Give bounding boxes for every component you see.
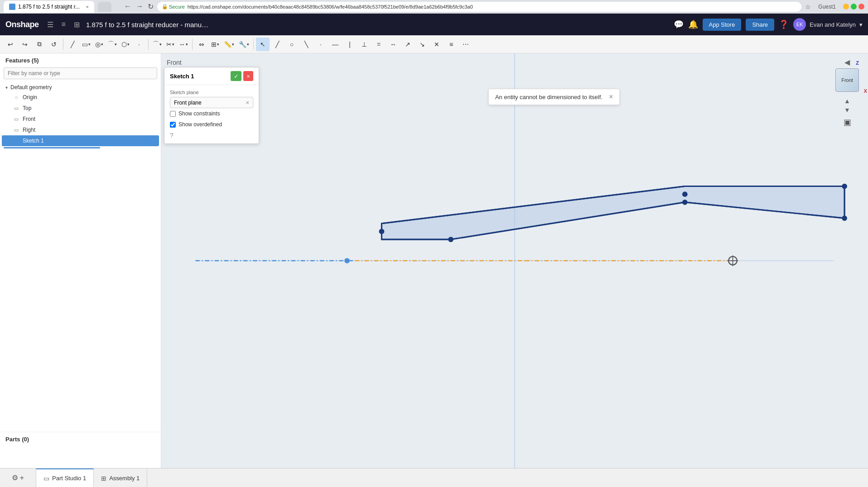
arc-tool-dropdown[interactable]: ⌒▾ <box>106 39 119 49</box>
view-down-arrow-icon[interactable]: ▼ <box>844 106 850 114</box>
default-geometry-toggle[interactable]: ▾ Default geometry <box>0 83 161 92</box>
redo-button[interactable]: ↪ <box>18 38 32 51</box>
minimize-button[interactable] <box>843 4 849 10</box>
polygon-tool-dropdown[interactable]: ⬡▾ <box>120 40 131 49</box>
fillet-tool-dropdown[interactable]: ⌒▾ <box>151 39 164 49</box>
list-view-icon[interactable]: ≡ <box>60 19 68 30</box>
circle-tool-dropdown[interactable]: ◎▾ <box>93 40 105 49</box>
app-header: Onshape ☰ ≡ ⊞ 1.875 f to 2.5 f straight … <box>0 14 868 35</box>
empty-tab[interactable] <box>98 2 111 12</box>
feature-item-right[interactable]: ▭ Right <box>0 124 161 135</box>
tab-close-button[interactable]: × <box>86 4 89 10</box>
view-indicator: ◀ Z Front X ▲ ▼ ▣ <box>835 58 859 127</box>
tab-favicon <box>9 4 15 10</box>
bottom-left-controls: ⚙ + <box>0 468 36 487</box>
diagonal-up-button[interactable]: ↗ <box>401 38 415 51</box>
bookmark-icon[interactable]: ☆ <box>805 3 811 10</box>
view-up-arrow-icon[interactable]: ▲ <box>844 97 850 105</box>
dot-button[interactable]: · <box>314 38 328 51</box>
assembly-tab[interactable]: ⊞ Assembly 1 <box>94 468 147 487</box>
sketch-dialog-header: Sketch 1 ✓ × <box>164 67 259 85</box>
select-tool-button[interactable]: ↖ <box>256 38 270 51</box>
user-profile[interactable]: EK Evan and Katelyn ▾ <box>793 18 863 31</box>
forward-button[interactable]: → <box>136 2 143 11</box>
sketch-cancel-button[interactable]: × <box>243 71 253 81</box>
bottom-tabs: ⚙ + ▭ Part Studio 1 ⊞ Assembly 1 <box>0 468 868 487</box>
circle-constraint-button[interactable]: ○ <box>285 38 299 51</box>
notification-bell-icon[interactable]: 🔔 <box>688 19 698 29</box>
feature-label-sketch1: Sketch 1 <box>23 138 44 144</box>
perpendicular-button[interactable]: ⊥ <box>357 38 371 51</box>
sketch-line-button[interactable]: ╲ <box>299 38 313 51</box>
view-left-arrow-icon[interactable]: ◀ <box>844 58 850 67</box>
dimension-tool-dropdown[interactable]: 📏▾ <box>222 40 236 49</box>
offset-tool-dropdown[interactable]: ↔▾ <box>177 40 190 49</box>
x-axis-label: X <box>864 88 867 94</box>
parallel-button[interactable]: = <box>372 38 386 51</box>
z-axis-label: Z <box>856 60 859 66</box>
point-tool-button[interactable]: · <box>132 38 146 51</box>
notification-close-button[interactable]: × <box>609 93 613 101</box>
canvas-area[interactable]: An entity cannot be dimensioned to itsel… <box>161 53 868 468</box>
transform-tool-dropdown[interactable]: 🔧▾ <box>237 40 251 49</box>
feature-label-origin: Origin <box>23 94 37 100</box>
feature-item-front[interactable]: ▭ Front <box>0 114 161 124</box>
cross-button[interactable]: ✕ <box>430 38 444 51</box>
horizontal-line-button[interactable]: — <box>328 38 342 51</box>
sketch-help-icon[interactable]: ? <box>170 132 253 139</box>
settings-icon[interactable]: ⚙ <box>12 473 18 482</box>
view-mode-icon[interactable]: ▣ <box>844 117 851 127</box>
undo-button[interactable]: ↩ <box>4 38 17 51</box>
show-constraints-label: Show constraints <box>178 110 220 117</box>
active-tab[interactable]: 1.875 f to 2.5 f straight r... × <box>4 1 94 13</box>
sketch-canvas[interactable] <box>161 53 868 468</box>
app-store-button[interactable]: App Store <box>703 19 742 31</box>
browser-chrome: 1.875 f to 2.5 f straight r... × ← → ↻ 🔒… <box>0 0 868 14</box>
chat-icon[interactable]: 💬 <box>674 19 684 29</box>
back-button[interactable]: ← <box>124 2 131 11</box>
regenerate-button[interactable]: ↺ <box>47 38 61 51</box>
close-button[interactable] <box>858 4 864 10</box>
share-button[interactable]: Share <box>746 19 774 31</box>
default-geometry-group: ▾ Default geometry ○ Origin ▭ Top ▭ Fron… <box>0 83 161 135</box>
diagonal-down-button[interactable]: ↘ <box>415 38 429 51</box>
mirror-button[interactable]: ⇔ <box>195 38 208 51</box>
feature-item-origin[interactable]: ○ Origin <box>0 92 161 103</box>
user-avatar: EK <box>793 18 806 31</box>
equal-button[interactable]: ≡ <box>444 38 458 51</box>
rectangle-tool-dropdown[interactable]: ▭▾ <box>80 40 92 49</box>
add-tab-icon[interactable]: + <box>20 474 24 482</box>
show-overdefined-checkbox[interactable] <box>170 122 176 128</box>
hamburger-menu-icon[interactable]: ☰ <box>45 19 55 31</box>
plane-icon-front: ▭ <box>13 115 20 123</box>
show-constraints-row[interactable]: Show constraints <box>170 108 253 119</box>
svg-point-16 <box>842 215 847 221</box>
refresh-button[interactable]: ↻ <box>148 2 154 11</box>
construction-line-button[interactable]: ╱ <box>270 38 284 51</box>
address-bar[interactable]: 🔒 Secure https://cad.onshape.com/documen… <box>157 2 801 12</box>
pattern-tool-dropdown[interactable]: ⊞▾ <box>209 40 221 49</box>
plane-selector[interactable]: Front plane × <box>170 97 253 108</box>
line-tool-button[interactable]: ╱ <box>66 38 79 51</box>
show-constraints-checkbox[interactable] <box>170 111 176 117</box>
view-cube[interactable]: Front <box>835 68 859 92</box>
plane-clear-icon[interactable]: × <box>246 99 249 106</box>
onshape-logo[interactable]: Onshape <box>5 20 39 29</box>
dots-button[interactable]: ⋯ <box>459 38 473 51</box>
plane-value: Front plane <box>174 100 202 106</box>
horizontal-dim-button[interactable]: ↔ <box>386 38 400 51</box>
user-name: Evan and Katelyn <box>810 21 856 28</box>
part-studio-tab-label: Part Studio 1 <box>52 475 86 482</box>
sketch-confirm-button[interactable]: ✓ <box>231 71 241 81</box>
show-overdefined-row[interactable]: Show overdefined <box>170 119 253 130</box>
feature-item-sketch1[interactable]: ✏ Sketch 1 <box>2 135 159 146</box>
copy-button[interactable]: ⧉ <box>33 38 46 51</box>
filter-input[interactable] <box>4 67 157 79</box>
maximize-button[interactable] <box>851 4 857 10</box>
feature-item-top[interactable]: ▭ Top <box>0 103 161 114</box>
grid-view-icon[interactable]: ⊞ <box>72 19 82 31</box>
vertical-line-button[interactable]: | <box>343 38 357 51</box>
help-icon[interactable]: ❓ <box>779 19 789 29</box>
part-studio-tab[interactable]: ▭ Part Studio 1 <box>36 468 94 487</box>
trim-tool-dropdown[interactable]: ✂▾ <box>164 40 176 49</box>
